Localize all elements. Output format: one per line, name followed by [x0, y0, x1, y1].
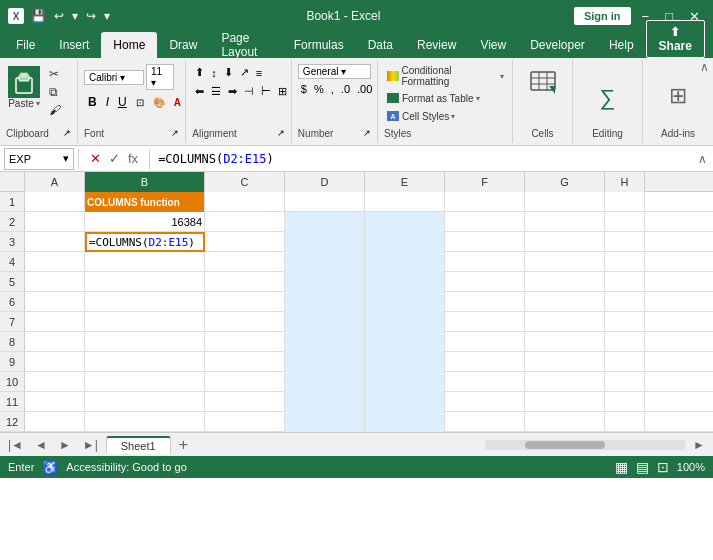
cell-c4[interactable]: [205, 252, 285, 272]
cell-d8[interactable]: [285, 332, 365, 352]
percent-button[interactable]: %: [311, 81, 327, 97]
col-header-c[interactable]: C: [205, 172, 285, 192]
cell-b11[interactable]: [85, 392, 205, 412]
add-sheet-button[interactable]: +: [175, 436, 192, 454]
cell-h2[interactable]: [605, 212, 645, 232]
sheet-tab-sheet1[interactable]: Sheet1: [106, 436, 171, 454]
sheet-nav-next[interactable]: ►: [55, 436, 75, 454]
cell-a3[interactable]: [25, 232, 85, 252]
cell-h10[interactable]: [605, 372, 645, 392]
wrap-text-button[interactable]: ≡: [253, 64, 265, 81]
cell-d11[interactable]: [285, 392, 365, 412]
normal-view-button[interactable]: ▦: [615, 459, 628, 475]
cell-a6[interactable]: [25, 292, 85, 312]
cell-a2[interactable]: [25, 212, 85, 232]
formula-display[interactable]: =COLUMNS(D2:E15): [154, 152, 692, 166]
col-header-h[interactable]: H: [605, 172, 645, 192]
sign-in-button[interactable]: Sign in: [574, 7, 631, 25]
cell-b1[interactable]: COLUMNS function: [85, 192, 205, 212]
number-format-selector[interactable]: General ▾: [298, 64, 371, 79]
orientation-button[interactable]: ↗: [237, 64, 252, 81]
comma-button[interactable]: ,: [328, 81, 337, 97]
cell-b8[interactable]: [85, 332, 205, 352]
cell-b12[interactable]: [85, 412, 205, 432]
cell-a11[interactable]: [25, 392, 85, 412]
cell-b2[interactable]: 16384: [85, 212, 205, 232]
cell-f10[interactable]: [445, 372, 525, 392]
cell-b6[interactable]: [85, 292, 205, 312]
cell-e1[interactable]: [365, 192, 445, 212]
cell-f11[interactable]: [445, 392, 525, 412]
cell-c2[interactable]: [205, 212, 285, 232]
number-dialog-button[interactable]: ↗: [363, 128, 371, 138]
cell-e2[interactable]: [365, 212, 445, 232]
cell-e10[interactable]: [365, 372, 445, 392]
cell-g8[interactable]: [525, 332, 605, 352]
undo-dropdown-button[interactable]: ▾: [69, 7, 81, 25]
formula-expand-button[interactable]: ∧: [692, 152, 713, 166]
page-layout-view-button[interactable]: ▤: [636, 459, 649, 475]
name-box[interactable]: EXP ▾: [4, 148, 74, 170]
cell-d9[interactable]: [285, 352, 365, 372]
cell-c3[interactable]: [205, 232, 285, 252]
cell-e7[interactable]: [365, 312, 445, 332]
sheet-nav-prev[interactable]: ◄: [31, 436, 51, 454]
cell-c10[interactable]: [205, 372, 285, 392]
col-header-b[interactable]: B: [85, 172, 205, 192]
cell-f2[interactable]: [445, 212, 525, 232]
align-left-button[interactable]: ⬅: [192, 83, 207, 100]
save-button[interactable]: 💾: [28, 7, 49, 25]
cell-h12[interactable]: [605, 412, 645, 432]
cell-b4[interactable]: [85, 252, 205, 272]
cell-f9[interactable]: [445, 352, 525, 372]
cell-f1[interactable]: [445, 192, 525, 212]
col-header-a[interactable]: A: [25, 172, 85, 192]
cell-a4[interactable]: [25, 252, 85, 272]
horizontal-scrollbar[interactable]: [485, 440, 685, 450]
cell-a10[interactable]: [25, 372, 85, 392]
sheet-nav-last[interactable]: ►|: [79, 436, 102, 454]
cell-h1[interactable]: [605, 192, 645, 212]
col-header-e[interactable]: E: [365, 172, 445, 192]
cell-c5[interactable]: [205, 272, 285, 292]
tab-help[interactable]: Help: [597, 32, 646, 58]
scroll-thumb[interactable]: [525, 441, 605, 449]
cell-e3[interactable]: [365, 232, 445, 252]
paste-button[interactable]: Paste ▾: [6, 64, 42, 111]
cell-d12[interactable]: [285, 412, 365, 432]
tab-file[interactable]: File: [4, 32, 47, 58]
name-box-dropdown[interactable]: ▾: [63, 152, 69, 165]
cell-c1[interactable]: [205, 192, 285, 212]
tab-page-layout[interactable]: Page Layout: [209, 32, 281, 58]
cut-button[interactable]: ✂: [46, 66, 64, 82]
font-dialog-button[interactable]: ↗: [171, 128, 179, 138]
cell-d4[interactable]: [285, 252, 365, 272]
cell-c6[interactable]: [205, 292, 285, 312]
font-name-selector[interactable]: Calibri ▾: [84, 70, 144, 85]
cell-g1[interactable]: [525, 192, 605, 212]
fill-color-button[interactable]: 🎨: [149, 95, 169, 110]
currency-button[interactable]: $: [298, 81, 310, 97]
increase-indent-button[interactable]: ⊢: [258, 83, 274, 100]
cell-d3[interactable]: [285, 232, 365, 252]
cell-g5[interactable]: [525, 272, 605, 292]
cell-a1[interactable]: [25, 192, 85, 212]
cell-c12[interactable]: [205, 412, 285, 432]
cell-a12[interactable]: [25, 412, 85, 432]
alignment-dialog-button[interactable]: ↗: [277, 128, 285, 138]
share-button[interactable]: ⬆ Share: [646, 20, 705, 58]
cell-h3[interactable]: [605, 232, 645, 252]
cell-b7[interactable]: [85, 312, 205, 332]
align-middle-button[interactable]: ↕: [208, 64, 220, 81]
cell-h8[interactable]: [605, 332, 645, 352]
cell-f4[interactable]: [445, 252, 525, 272]
cell-d7[interactable]: [285, 312, 365, 332]
tab-data[interactable]: Data: [356, 32, 405, 58]
cell-b9[interactable]: [85, 352, 205, 372]
cell-b10[interactable]: [85, 372, 205, 392]
cell-d5[interactable]: [285, 272, 365, 292]
quick-access-customize[interactable]: ▾: [101, 7, 113, 25]
cell-b3[interactable]: =COLUMNS(D2:E15): [85, 232, 205, 252]
cell-e6[interactable]: [365, 292, 445, 312]
italic-button[interactable]: I: [102, 93, 113, 111]
